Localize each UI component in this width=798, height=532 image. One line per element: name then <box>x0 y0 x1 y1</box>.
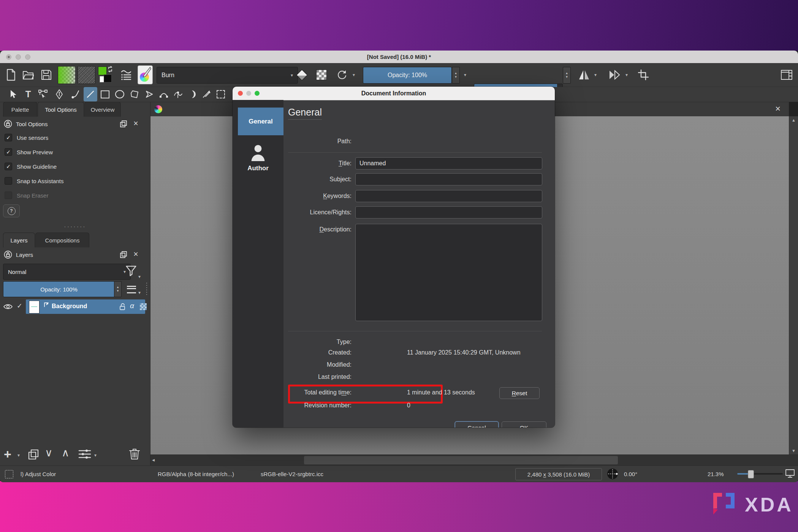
tool-multibrush[interactable] <box>200 87 213 101</box>
docker-splitter-handle[interactable]: ······· <box>0 223 150 230</box>
mirror-vertical-chevron-icon[interactable]: ▾ <box>625 73 628 77</box>
zoom-slider-track[interactable] <box>737 473 783 475</box>
reload-preset-button[interactable] <box>334 66 350 83</box>
checkbox-show-preview[interactable]: ✓ Show Preview <box>5 148 53 156</box>
tab-palette[interactable]: Palette <box>3 102 37 117</box>
description-textarea[interactable] <box>355 224 542 321</box>
docker-lock-icon[interactable] <box>4 250 12 259</box>
layer-opacity-slider[interactable]: Opacity: 100% <box>3 281 115 297</box>
delete-layer-button[interactable] <box>129 448 140 460</box>
help-button[interactable]: ? <box>3 204 20 217</box>
traffic-close-button[interactable] <box>6 54 11 60</box>
ok-button[interactable]: OK <box>502 421 546 428</box>
brush-presets-icon[interactable] <box>119 66 134 83</box>
checkbox-snap-to-assistants[interactable]: Snap to Assistants <box>5 177 63 185</box>
layer-options-menu-icon[interactable] <box>127 286 136 293</box>
tool-bezier-curve[interactable] <box>157 87 171 101</box>
close-docker-icon[interactable]: × <box>133 250 138 258</box>
spin-down-icon[interactable]: ▾ <box>117 289 119 293</box>
docker-grip-handle[interactable] <box>146 282 147 296</box>
tab-overview[interactable]: Overview <box>84 102 121 117</box>
docker-lock-icon[interactable] <box>4 120 12 128</box>
opacity-options-chevron-icon[interactable]: ▾ <box>464 73 466 77</box>
layer-thumbnail[interactable] <box>29 301 40 314</box>
scroll-down-icon[interactable]: ▼ <box>792 448 796 453</box>
traffic-minimize-button[interactable] <box>16 54 21 60</box>
open-document-button[interactable] <box>21 66 36 83</box>
canvas-rotation-icon[interactable] <box>606 468 619 480</box>
layer-options-chevron-icon[interactable]: ▾ <box>138 290 141 295</box>
move-layer-up-button[interactable]: ∧ <box>62 448 70 458</box>
layer-name[interactable]: Background <box>52 303 87 310</box>
float-docker-icon[interactable] <box>120 120 127 127</box>
new-document-button[interactable] <box>4 66 18 83</box>
dialog-zoom-button[interactable] <box>255 91 260 96</box>
preserve-alpha-button[interactable] <box>314 66 329 83</box>
status-rotation-value[interactable]: 0.00° <box>624 471 637 477</box>
workspace-chooser-button[interactable] <box>778 66 795 83</box>
mirror-horizontal-chevron-icon[interactable]: ▾ <box>594 73 597 77</box>
layer-visibility-eye-icon[interactable] <box>3 303 13 310</box>
tool-dynamic-brush[interactable] <box>186 87 200 101</box>
mirror-vertical-button[interactable] <box>606 66 622 83</box>
layer-alpha-icon[interactable]: α <box>130 302 134 310</box>
close-docker-icon[interactable]: × <box>133 119 138 128</box>
add-layer-button[interactable]: + <box>4 448 11 461</box>
status-image-dimensions[interactable]: 2,480 x 3,508 (16.0 MiB) <box>515 468 602 480</box>
opacity-slider[interactable]: Opacity: 100% <box>363 67 452 84</box>
window-titlebar[interactable]: [Not Saved] (16.0 MiB) * <box>0 51 798 63</box>
spin-down-icon[interactable]: ▾ <box>455 75 457 79</box>
layer-inherit-alpha-icon[interactable] <box>140 303 147 310</box>
spin-down-icon[interactable]: ▾ <box>566 75 568 79</box>
tool-ellipse[interactable] <box>113 87 127 101</box>
layer-check-icon[interactable]: ✓ <box>17 302 22 309</box>
duplicate-layer-button[interactable] <box>28 449 39 460</box>
tool-polyline[interactable] <box>142 87 156 101</box>
traffic-zoom-button[interactable] <box>25 54 30 60</box>
eraser-mode-button[interactable] <box>294 66 309 83</box>
tool-transform[interactable] <box>214 87 228 101</box>
title-input[interactable]: Unnamed <box>355 157 542 169</box>
tab-compositions[interactable]: Compositions <box>35 233 89 247</box>
status-zoom-value[interactable]: 21.3% <box>708 471 724 477</box>
subject-input[interactable] <box>355 173 542 185</box>
pattern-chooser[interactable] <box>78 66 95 84</box>
layer-properties-button[interactable] <box>78 449 91 459</box>
add-layer-chevron-icon[interactable]: ▾ <box>17 453 20 458</box>
foreground-background-colors[interactable] <box>98 66 116 84</box>
tool-select-shapes[interactable] <box>6 87 20 101</box>
tool-freehand-brush[interactable] <box>68 87 82 101</box>
layer-filter-icon[interactable] <box>125 265 137 277</box>
tool-text[interactable]: T <box>21 87 35 101</box>
scroll-left-icon[interactable]: ◂ <box>152 457 155 463</box>
opacity-spinner[interactable]: ▴ ▾ <box>452 67 460 84</box>
dialog-titlebar[interactable]: Document Information <box>233 87 555 100</box>
move-layer-down-button[interactable]: ∨ <box>45 448 53 458</box>
tool-freehand-path[interactable] <box>171 87 185 101</box>
author-icon[interactable] <box>250 144 266 162</box>
layer-lock-icon[interactable] <box>119 302 127 311</box>
tool-line[interactable] <box>84 87 97 101</box>
canvas-vertical-scrollbar[interactable]: ▲ ▼ <box>789 116 798 454</box>
layer-opacity-spinner[interactable]: ▴ ▾ <box>114 281 122 297</box>
reload-options-chevron-icon[interactable]: ▾ <box>353 73 355 77</box>
gradient-chooser[interactable] <box>58 66 76 84</box>
save-button[interactable] <box>39 66 54 83</box>
dialog-tab-general[interactable]: General <box>238 108 283 135</box>
dialog-close-button[interactable] <box>238 91 243 96</box>
mirror-horizontal-button[interactable] <box>576 66 592 83</box>
licence-input[interactable] <box>355 206 542 218</box>
layer-filter-chevron-icon[interactable]: ▾ <box>138 274 141 279</box>
brush-preset-dropdown[interactable]: Burn ▾ <box>157 67 298 84</box>
status-colorspace[interactable]: RGB/Alpha (8-bit integer/ch...) <box>158 471 234 477</box>
size-spinner[interactable]: ▴ ▾ <box>563 67 571 84</box>
brush-editor-button[interactable] <box>138 65 153 84</box>
close-document-tab-icon[interactable]: × <box>775 104 781 113</box>
tab-tool-options[interactable]: Tool Options <box>38 102 84 117</box>
selection-status-icon[interactable] <box>5 470 13 478</box>
keywords-input[interactable] <box>355 190 542 202</box>
tool-polygon[interactable] <box>128 87 141 101</box>
layer-properties-chevron-icon[interactable]: ▾ <box>94 453 97 458</box>
cancel-button[interactable]: Cancel <box>455 421 499 428</box>
float-docker-icon[interactable] <box>120 251 127 258</box>
